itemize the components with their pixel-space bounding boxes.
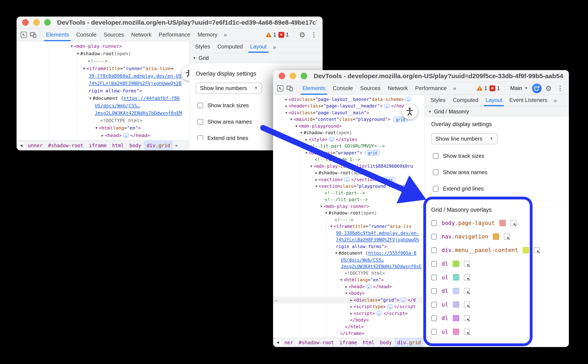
titlebar[interactable]: DevTools - developer.mozilla.org/en-US/p… bbox=[273, 70, 569, 82]
overlay-checkbox[interactable] bbox=[431, 261, 437, 267]
grid-section-header[interactable]: ▼ Grid bbox=[189, 53, 323, 63]
zoom-window-button[interactable] bbox=[44, 19, 51, 26]
main-context-dropdown[interactable]: Main▼ bbox=[509, 85, 530, 91]
tab-memory[interactable]: Memory bbox=[194, 28, 221, 41]
inspect-target-icon[interactable] bbox=[464, 261, 470, 267]
checkbox-icon[interactable] bbox=[198, 103, 203, 108]
more-tabs-icon[interactable]: » bbox=[450, 85, 458, 92]
tree-row[interactable]: ▼<mdn-play-controller lit$884296069$0 ru bbox=[273, 163, 425, 170]
tree-row[interactable]: ▼<iframe title="runner" aria-liv bbox=[273, 223, 425, 230]
expand-arrow-icon[interactable]: ▼ bbox=[325, 211, 327, 215]
ellipsis-badge[interactable]: … bbox=[401, 298, 407, 302]
checkbox-show-area-names[interactable]: Show area names bbox=[433, 169, 569, 176]
grid-overlay-item[interactable]: body.page-layout bbox=[431, 216, 569, 230]
tree-row[interactable]: ▼#shadow-root (open) bbox=[273, 130, 425, 136]
tree-row[interactable]: ▼<mdn-playground> bbox=[273, 123, 425, 130]
tree-row[interactable]: Jmsg2LQW3KAt42ENdHs7bDdwxnf0xEM bbox=[17, 109, 189, 117]
expand-arrow-icon[interactable]: ▶ bbox=[285, 104, 287, 108]
tree-row[interactable]: 74%2FLnlBa2H8F39NQ%2FVjxghUwwQ%2B bbox=[17, 80, 189, 87]
overlay-checkbox[interactable] bbox=[431, 220, 437, 226]
line-numbers-dropdown[interactable]: Show line numbers▼ bbox=[196, 83, 262, 94]
breadcrumb-item-div[interactable]: div.grid bbox=[395, 338, 424, 347]
inspect-target-icon[interactable] bbox=[504, 234, 510, 240]
checkbox-icon[interactable] bbox=[433, 169, 439, 175]
breadcrumb-item-unner[interactable]: unner bbox=[25, 140, 45, 150]
accessibility-button[interactable] bbox=[402, 104, 417, 119]
tree-row[interactable]: ▼#document (https://44fabfbf-f86 bbox=[17, 95, 189, 102]
overlay-checkbox[interactable] bbox=[431, 329, 437, 335]
overlay-checkbox[interactable] bbox=[431, 234, 437, 240]
minimize-window-button[interactable] bbox=[33, 19, 40, 26]
overlay-color-swatch[interactable] bbox=[453, 260, 459, 267]
tree-row[interactable]: ▼#document (https://555f005a-8 bbox=[273, 250, 425, 257]
tree-row[interactable]: ▶<header class="page-layout__header">…</… bbox=[273, 103, 425, 110]
expand-arrow-icon[interactable]: ▶ bbox=[350, 312, 352, 315]
inspect-target-icon[interactable] bbox=[464, 288, 470, 294]
inspect-target-icon[interactable] bbox=[464, 274, 470, 280]
checkbox-icon[interactable] bbox=[433, 186, 439, 192]
breadcrumb-item-html[interactable]: html bbox=[360, 338, 377, 347]
checkbox-icon[interactable] bbox=[433, 153, 439, 159]
device-toolbar-icon[interactable] bbox=[285, 82, 294, 95]
tab-console[interactable]: Console bbox=[329, 82, 356, 95]
tab-layout[interactable]: Layout bbox=[246, 41, 270, 53]
checkbox-icon[interactable] bbox=[198, 119, 203, 125]
overlay-color-swatch[interactable] bbox=[453, 274, 459, 280]
overlay-checkbox[interactable] bbox=[431, 247, 437, 253]
tree-row[interactable]: ▼#shadow-root (open) bbox=[17, 50, 189, 57]
overlay-color-swatch[interactable] bbox=[499, 220, 506, 226]
breadcrumb-item-body[interactable]: body bbox=[127, 140, 144, 150]
inspect-target-icon[interactable] bbox=[464, 302, 470, 307]
more-tabs-icon[interactable]: » bbox=[270, 44, 278, 51]
tree-row[interactable]: ▶<div class="grid">…</d bbox=[273, 297, 425, 304]
tab-sources[interactable]: Sources bbox=[100, 28, 127, 41]
expand-arrow-icon[interactable]: ▼ bbox=[330, 224, 332, 228]
expand-arrow-icon[interactable]: ▶ bbox=[102, 133, 104, 137]
ellipsis-badge[interactable]: … bbox=[405, 97, 411, 102]
grid-overlay-item[interactable]: dl bbox=[431, 284, 569, 298]
grid-overlay-item[interactable]: ul bbox=[431, 325, 569, 338]
gutter-more-icon[interactable]: … bbox=[275, 297, 278, 302]
tree-row[interactable]: ▶<head>…</head> bbox=[17, 132, 189, 139]
grid-overlay-item[interactable]: ul bbox=[431, 271, 569, 284]
breadcrumb-item-iframe[interactable]: iframe bbox=[86, 140, 109, 150]
tab-sources[interactable]: Sources bbox=[357, 82, 384, 95]
tree-row[interactable]: US/docs/Web/CSS… bbox=[17, 102, 189, 109]
grid-overlay-item[interactable]: dl bbox=[431, 311, 569, 325]
inspect-element-icon[interactable]: ↖ bbox=[19, 28, 28, 41]
tree-row[interactable]: <!----> bbox=[17, 57, 189, 65]
expand-arrow-icon[interactable]: ▼ bbox=[71, 44, 73, 48]
kebab-menu-icon[interactable]: ⋮ bbox=[555, 84, 565, 92]
breadcrumb-item-div[interactable]: div.grid bbox=[144, 140, 173, 150]
expand-arrow-icon[interactable]: ▼ bbox=[95, 126, 98, 130]
breadcrumb-forward-icon[interactable]: ▶ bbox=[173, 142, 181, 150]
expand-arrow-icon[interactable]: ▼ bbox=[291, 117, 292, 121]
expand-arrow-icon[interactable]: ▼ bbox=[305, 151, 307, 155]
ellipsis-badge[interactable]: … bbox=[344, 177, 350, 182]
tree-row[interactable]: <!--/lit-part--> bbox=[273, 196, 425, 203]
tab-network[interactable]: Network bbox=[127, 28, 155, 41]
tree-row[interactable]: ▶<section>…</section>flex bbox=[273, 176, 425, 183]
checkbox-extend-grid-lines[interactable]: Extend grid lines bbox=[433, 185, 569, 192]
tree-row[interactable]: ▼<main id="content" class="playground">g… bbox=[273, 116, 425, 123]
inspect-element-icon[interactable]: ↖ bbox=[276, 82, 285, 95]
tree-row[interactable]: <!--lit-part--> bbox=[273, 190, 425, 196]
tab-styles[interactable]: Styles bbox=[192, 41, 214, 53]
expand-arrow-icon[interactable]: ▼ bbox=[295, 124, 297, 128]
tab-elements[interactable]: Elements bbox=[42, 28, 73, 41]
tab-styles[interactable]: Styles bbox=[427, 94, 449, 106]
grid-masonry-section-header[interactable]: ▼ Grid / Masonry bbox=[425, 107, 569, 117]
overlay-color-swatch[interactable] bbox=[493, 233, 499, 240]
tree-row[interactable]: ▼<html lang="en"> bbox=[17, 124, 189, 132]
kebab-menu-icon[interactable]: ⋮ bbox=[309, 31, 319, 39]
minimize-window-button[interactable] bbox=[290, 73, 296, 79]
grid-overlay-item[interactable]: div.menu__panel-content bbox=[431, 243, 569, 257]
overlay-color-swatch[interactable] bbox=[453, 301, 459, 308]
close-window-button[interactable] bbox=[22, 19, 29, 26]
grid-overlay-item[interactable]: nav.navigation bbox=[431, 230, 569, 243]
ellipsis-badge[interactable]: … bbox=[384, 104, 390, 109]
errors-badge[interactable]: ✕ 1 bbox=[278, 32, 289, 38]
ellipsis-badge[interactable]: … bbox=[366, 284, 372, 289]
tree-row[interactable]: ▼#shadow-root (open) bbox=[273, 210, 425, 217]
tab-performance[interactable]: Performance bbox=[155, 28, 194, 41]
